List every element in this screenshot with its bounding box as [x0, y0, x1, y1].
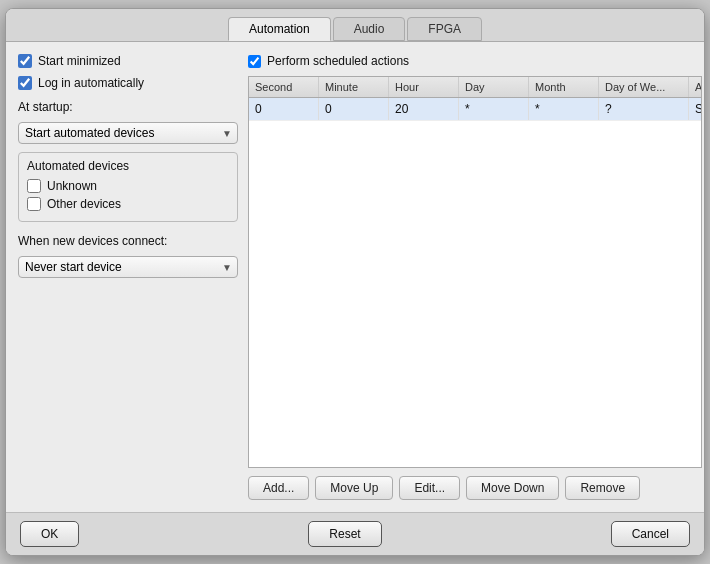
footer: OK Reset Cancel [6, 512, 704, 555]
tab-automation[interactable]: Automation [228, 17, 331, 41]
tabs-bar: Automation Audio FPGA [6, 9, 704, 42]
perform-label: Perform scheduled actions [267, 54, 409, 68]
automated-devices-title: Automated devices [27, 159, 229, 173]
cancel-button[interactable]: Cancel [611, 521, 690, 547]
main-window: Automation Audio FPGA Start minimized Lo… [5, 8, 705, 556]
cell-action: Start aut... [689, 98, 701, 120]
other-devices-row: Other devices [27, 197, 229, 211]
automated-devices-group: Automated devices Unknown Other devices [18, 152, 238, 222]
cell-second: 0 [249, 98, 319, 120]
connect-select[interactable]: Never start device Always start device [18, 256, 238, 278]
unknown-row: Unknown [27, 179, 229, 193]
header-hour: Hour [389, 77, 459, 97]
left-panel: Start minimized Log in automatically At … [18, 54, 238, 500]
right-panel: Perform scheduled actions Second Minute … [248, 54, 702, 500]
when-connect-label: When new devices connect: [18, 234, 238, 248]
content-area: Start minimized Log in automatically At … [6, 42, 704, 512]
ok-button[interactable]: OK [20, 521, 79, 547]
tab-audio[interactable]: Audio [333, 17, 406, 41]
unknown-label: Unknown [47, 179, 97, 193]
header-month: Month [529, 77, 599, 97]
cell-day: * [459, 98, 529, 120]
table-body: 0 0 20 * * ? Start aut... [249, 98, 701, 467]
log-in-checkbox[interactable] [18, 76, 32, 90]
remove-button[interactable]: Remove [565, 476, 640, 500]
reset-button[interactable]: Reset [308, 521, 381, 547]
cell-month: * [529, 98, 599, 120]
table-action-buttons: Add... Move Up Edit... Move Down Remove [248, 476, 702, 500]
other-devices-checkbox[interactable] [27, 197, 41, 211]
header-minute: Minute [319, 77, 389, 97]
add-button[interactable]: Add... [248, 476, 309, 500]
start-minimized-checkbox[interactable] [18, 54, 32, 68]
log-in-row: Log in automatically [18, 76, 238, 90]
at-startup-label: At startup: [18, 100, 238, 114]
header-day-of-week: Day of We... [599, 77, 689, 97]
edit-button[interactable]: Edit... [399, 476, 460, 500]
table-row[interactable]: 0 0 20 * * ? Start aut... [249, 98, 701, 121]
footer-right: Cancel [611, 521, 690, 547]
unknown-checkbox[interactable] [27, 179, 41, 193]
startup-select[interactable]: Start automated devices Do nothing Start… [18, 122, 238, 144]
start-minimized-label: Start minimized [38, 54, 121, 68]
footer-center: Reset [308, 521, 381, 547]
header-day: Day [459, 77, 529, 97]
other-devices-label: Other devices [47, 197, 121, 211]
perform-scheduled-checkbox[interactable] [248, 55, 261, 68]
tab-fpga[interactable]: FPGA [407, 17, 482, 41]
schedule-table: Second Minute Hour Day Month Day of We..… [248, 76, 702, 468]
connect-select-wrapper: Never start device Always start device ▼ [18, 256, 238, 278]
log-in-label: Log in automatically [38, 76, 144, 90]
header-second: Second [249, 77, 319, 97]
move-up-button[interactable]: Move Up [315, 476, 393, 500]
footer-left: OK [20, 521, 79, 547]
perform-row: Perform scheduled actions [248, 54, 702, 68]
cell-minute: 0 [319, 98, 389, 120]
cell-day-of-week: ? [599, 98, 689, 120]
cell-hour: 20 [389, 98, 459, 120]
startup-select-wrapper: Start automated devices Do nothing Start… [18, 122, 238, 144]
start-minimized-row: Start minimized [18, 54, 238, 68]
move-down-button[interactable]: Move Down [466, 476, 559, 500]
header-action: Action [689, 77, 701, 97]
table-header: Second Minute Hour Day Month Day of We..… [249, 77, 701, 98]
